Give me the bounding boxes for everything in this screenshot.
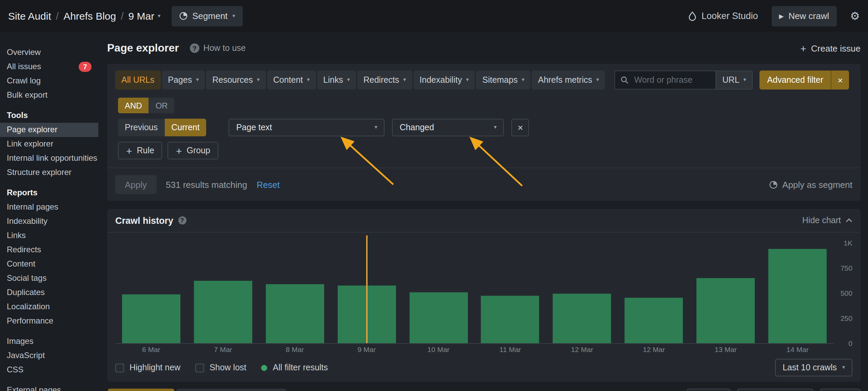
issues-count-badge: 7 xyxy=(79,62,92,72)
hide-chart-button[interactable]: Hide chart xyxy=(802,216,852,225)
bottom-tab[interactable] xyxy=(176,389,286,391)
bottom-active-tab[interactable] xyxy=(108,389,174,391)
sidebar-item-links[interactable]: Links xyxy=(0,229,98,243)
legend-dot-icon xyxy=(261,365,268,371)
crawl-bar-7-mar[interactable] xyxy=(194,281,252,343)
word-or-phrase-input[interactable] xyxy=(633,75,710,85)
chevron-down-icon: ▾ xyxy=(744,77,746,83)
sidebar-item-content[interactable]: Content xyxy=(0,257,98,271)
page-header: Page explorer ? How to use + Create issu… xyxy=(107,38,861,58)
filter-chip-label: Sitemaps xyxy=(482,75,517,85)
filter-chip-resources[interactable]: Resources▾ xyxy=(206,71,266,90)
crawl-bar-11-mar[interactable] xyxy=(481,296,539,343)
crawl-bar-13-mar[interactable] xyxy=(696,278,755,343)
advanced-filter-button[interactable]: Advanced filter xyxy=(760,71,831,90)
chevron-down-icon: ▾ xyxy=(842,365,845,370)
previous-toggle[interactable]: Previous xyxy=(118,119,164,136)
filter-chip-links[interactable]: Links▾ xyxy=(317,71,356,90)
or-toggle[interactable]: OR xyxy=(149,98,175,113)
sidebar-item-all-issues[interactable]: All issues7 xyxy=(0,60,98,74)
remove-rule-button[interactable]: × xyxy=(512,119,529,136)
hide-chart-label: Hide chart xyxy=(802,216,841,225)
crawl-bar-12-mar[interactable] xyxy=(553,294,611,343)
sidebar-item-structure-explorer[interactable]: Structure explorer xyxy=(0,165,98,180)
crawl-bar-6-mar[interactable] xyxy=(122,294,180,343)
filter-chip-content[interactable]: Content▾ xyxy=(267,71,316,90)
advanced-filter-control: Advanced filter × xyxy=(760,71,849,90)
sidebar-item-indexability[interactable]: Indexability xyxy=(0,214,98,229)
sidebar-item-crawl-log[interactable]: Crawl log xyxy=(0,74,98,88)
show-lost-checkbox[interactable]: Show lost xyxy=(195,363,246,372)
previous-current-toggle: Previous Current xyxy=(118,119,206,136)
sidebar-item-redirects[interactable]: Redirects xyxy=(0,243,98,257)
sidebar-item-internal-link-opportunities[interactable]: Internal link opportunities xyxy=(0,151,98,165)
bottom-toolbar-button[interactable] xyxy=(687,389,730,391)
breadcrumb-project[interactable]: Ahrefs Blog xyxy=(63,10,116,22)
x-axis-label: 14 Mar xyxy=(762,345,833,353)
rule-field-value: Page text xyxy=(236,123,272,132)
advanced-filter-close-icon[interactable]: × xyxy=(831,71,849,90)
chevron-down-icon: ▾ xyxy=(403,77,406,83)
url-scope-select[interactable]: URL ▾ xyxy=(716,71,753,90)
filter-chip-label: Content xyxy=(273,75,303,85)
breadcrumb-section[interactable]: Site Audit xyxy=(8,10,51,22)
filter-chips-row: All URLsPages▾Resources▾Content▾Links▾Re… xyxy=(115,71,852,90)
rule-condition-select[interactable]: Changed ▾ xyxy=(392,119,504,136)
how-to-use-link[interactable]: ? How to use xyxy=(190,43,246,53)
sidebar-item-localization[interactable]: Localization xyxy=(0,300,98,314)
show-lost-label: Show lost xyxy=(210,363,246,372)
chevron-down-icon: ▾ xyxy=(196,77,199,83)
bottom-toolbar-button[interactable] xyxy=(820,389,861,391)
x-axis-label: 12 Mar xyxy=(546,345,618,353)
sidebar-item-performance[interactable]: Performance xyxy=(0,314,98,328)
current-toggle[interactable]: Current xyxy=(164,119,206,136)
sidebar-item-internal-pages[interactable]: Internal pages xyxy=(0,200,98,214)
sidebar-item-link-explorer[interactable]: Link explorer xyxy=(0,137,98,151)
filter-chip-pages[interactable]: Pages▾ xyxy=(162,71,205,90)
sidebar-item-css[interactable]: CSS xyxy=(0,363,98,377)
sidebar-item-page-explorer[interactable]: Page explorer xyxy=(0,123,98,137)
new-crawl-button[interactable]: ▶ New crawl xyxy=(772,6,837,26)
create-issue-button[interactable]: + Create issue xyxy=(801,43,861,53)
sidebar-item-label: Indexability xyxy=(7,214,47,229)
settings-gear-icon[interactable]: ⚙ xyxy=(850,9,860,22)
sidebar-item-external-pages[interactable]: External pages xyxy=(0,383,98,391)
chevron-down-icon: ▾ xyxy=(158,13,160,19)
crawl-bar-14-mar[interactable] xyxy=(768,249,827,343)
boolean-toggle: AND OR xyxy=(118,98,852,113)
apply-as-segment-button[interactable]: Apply as segment xyxy=(769,179,852,190)
sidebar-item-duplicates[interactable]: Duplicates xyxy=(0,286,98,300)
filter-chip-redirects[interactable]: Redirects▾ xyxy=(357,71,412,90)
chevron-down-icon: ▾ xyxy=(375,125,377,130)
sidebar-item-bulk-export[interactable]: Bulk export xyxy=(0,88,98,102)
sidebar-item-label: Internal pages xyxy=(7,200,58,214)
highlight-new-checkbox[interactable]: Highlight new xyxy=(115,363,180,372)
filter-chip-ahrefs-metrics[interactable]: Ahrefs metrics▾ xyxy=(532,71,605,90)
filter-chip-sitemaps[interactable]: Sitemaps▾ xyxy=(476,71,530,90)
filter-chip-all-urls[interactable]: All URLs xyxy=(115,71,160,90)
filter-chip-indexability[interactable]: Indexability▾ xyxy=(413,71,475,90)
and-toggle[interactable]: AND xyxy=(118,98,149,113)
sidebar-item-images[interactable]: Images xyxy=(0,334,98,349)
last-crawls-select[interactable]: Last 10 crawls ▾ xyxy=(775,359,852,376)
sidebar-item-overview[interactable]: Overview xyxy=(0,45,98,60)
bottom-toolbar xyxy=(687,389,861,391)
sidebar-item-javascript[interactable]: JavaScript xyxy=(0,349,98,363)
add-group-button[interactable]: + Group xyxy=(168,142,218,159)
sidebar-section-tools: Tools xyxy=(0,109,98,123)
apply-button[interactable]: Apply xyxy=(115,175,156,194)
bottom-toolbar-button[interactable] xyxy=(737,389,813,391)
crawl-date-dropdown[interactable]: 9 Mar ▾ xyxy=(129,10,161,22)
y-axis-label: 1K xyxy=(844,239,852,247)
segment-button[interactable]: Segment ▾ xyxy=(171,6,242,26)
crawl-bar-12-mar[interactable] xyxy=(625,298,683,343)
reset-link[interactable]: Reset xyxy=(257,179,280,190)
sidebar-group: OverviewAll issues7Crawl logBulk export xyxy=(0,45,98,102)
crawl-bar-8-mar[interactable] xyxy=(266,284,324,343)
crawl-bar-10-mar[interactable] xyxy=(409,292,468,343)
looker-studio-link[interactable]: Looker Studio xyxy=(689,11,758,21)
filter-chip-label: All URLs xyxy=(121,75,154,85)
add-rule-button[interactable]: + Rule xyxy=(118,142,162,159)
sidebar-item-social-tags[interactable]: Social tags xyxy=(0,271,98,286)
rule-field-select[interactable]: Page text ▾ xyxy=(229,119,385,136)
